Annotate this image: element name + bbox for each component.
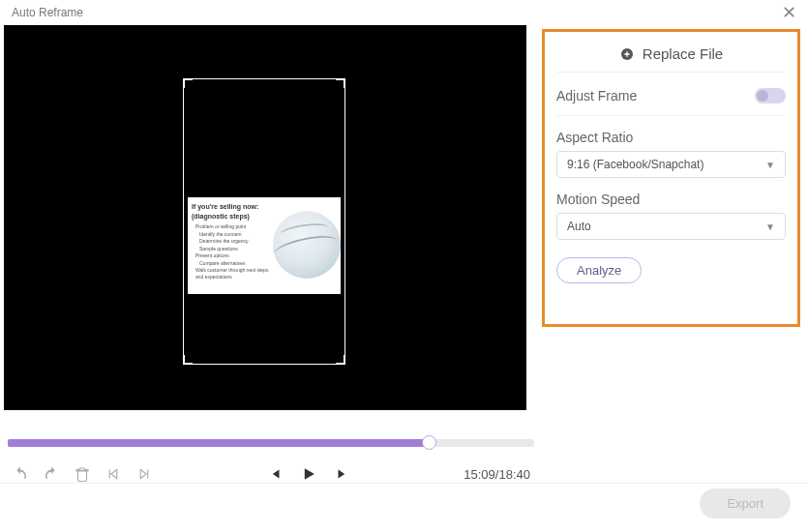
export-button[interactable]: Export	[700, 488, 791, 518]
resize-handle-br[interactable]	[336, 355, 345, 365]
aspect-ratio-value: 9:16 (Facebook/Snapchat)	[567, 158, 703, 171]
divider	[0, 483, 808, 484]
close-icon[interactable]: ✕	[782, 2, 796, 23]
aspect-ratio-select[interactable]: 9:16 (Facebook/Snapchat) ▼	[556, 151, 786, 178]
titlebar: Auto Reframe ✕	[0, 0, 808, 25]
time-display: 15:09/18:40	[464, 467, 530, 482]
timeline-track[interactable]	[8, 439, 534, 447]
motion-speed-select[interactable]: Auto ▼	[556, 213, 786, 240]
next-icon[interactable]	[334, 465, 351, 483]
chevron-down-icon: ▼	[765, 222, 775, 232]
skip-end-icon[interactable]	[135, 465, 153, 483]
skip-start-icon[interactable]	[105, 465, 122, 483]
resize-handle-tl[interactable]	[183, 78, 193, 88]
resize-handle-tr[interactable]	[336, 78, 345, 88]
adjust-frame-toggle[interactable]	[755, 88, 786, 103]
replace-file-label: Replace File	[643, 45, 723, 62]
delete-icon[interactable]	[74, 465, 91, 483]
chevron-down-icon: ▼	[765, 160, 775, 170]
redo-icon[interactable]	[43, 465, 60, 483]
resize-handle-bl[interactable]	[183, 355, 193, 365]
settings-panel: Replace File Adjust Frame Aspect Ratio 9…	[542, 29, 800, 327]
motion-speed-label: Motion Speed	[556, 192, 786, 207]
undo-icon[interactable]	[12, 465, 29, 483]
play-icon[interactable]	[299, 464, 318, 484]
slide-heading: If you're selling now:	[192, 203, 271, 211]
slide-bullets: Problem or selling point Identify the co…	[192, 223, 271, 280]
slide-subheading: (diagnostic steps)	[192, 213, 271, 221]
reframe-box[interactable]: If you're selling now: (diagnostic steps…	[183, 78, 345, 365]
window-title: Auto Reframe	[12, 6, 83, 19]
analyze-button[interactable]: Analyze	[556, 257, 642, 283]
timeline-progress	[8, 439, 429, 447]
adjust-frame-label: Adjust Frame	[556, 88, 637, 103]
video-frame-content: If you're selling now: (diagnostic steps…	[188, 197, 341, 294]
globe-graphic	[273, 211, 341, 279]
motion-speed-value: Auto	[567, 220, 591, 233]
plus-circle-icon	[619, 46, 635, 62]
prev-icon[interactable]	[266, 465, 284, 483]
replace-file-button[interactable]: Replace File	[556, 40, 786, 73]
aspect-ratio-label: Aspect Ratio	[556, 130, 786, 145]
video-preview: If you're selling now: (diagnostic steps…	[4, 25, 526, 410]
